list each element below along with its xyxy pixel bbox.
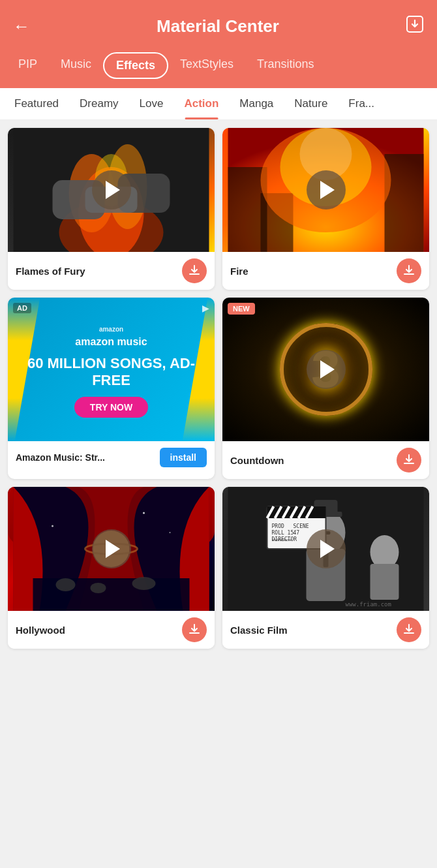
card-ad-amazon: AD ▶ amazon amazon music 60 MILLION SONG… <box>8 298 215 479</box>
download-icon <box>188 264 200 278</box>
page-title: Material Center <box>157 16 279 37</box>
sub-tab-bar: Featured Dreamy Love Action Manga Nature… <box>0 88 437 120</box>
card-footer: Flames of Fury <box>8 252 215 290</box>
svg-rect-12 <box>385 154 424 252</box>
tab-effects[interactable]: Effects <box>103 52 168 79</box>
ad-brand: amazon music <box>75 336 147 347</box>
download-button[interactable] <box>397 617 421 642</box>
card-title: Countdown <box>230 455 284 466</box>
back-button[interactable]: ← <box>13 16 30 37</box>
card-title: Classic Film <box>230 625 288 636</box>
ad-badge: AD <box>13 303 31 313</box>
card-footer: Fire <box>222 252 429 290</box>
tab-music[interactable]: Music <box>49 52 103 79</box>
card-fire: Fire <box>222 128 429 290</box>
card-title: Flames of Fury <box>16 266 85 277</box>
install-button[interactable]: install <box>160 448 207 467</box>
svg-point-26 <box>132 577 156 590</box>
ad-cta-button[interactable]: TRY NOW <box>74 397 148 418</box>
card-thumbnail[interactable] <box>8 487 215 611</box>
play-button[interactable] <box>92 170 131 209</box>
svg-text:www.friam.com: www.friam.com <box>346 601 391 608</box>
subtab-nature[interactable]: Nature <box>284 88 338 119</box>
play-button[interactable] <box>92 529 131 568</box>
play-button[interactable] <box>307 170 346 209</box>
card-thumbnail[interactable]: NEW 3 <box>222 298 429 441</box>
subtab-dreamy[interactable]: Dreamy <box>69 88 129 119</box>
card-thumbnail[interactable] <box>8 128 215 252</box>
svg-point-21 <box>170 532 171 533</box>
svg-text:VideoShow: VideoShow <box>272 537 292 542</box>
download-icon <box>403 454 415 467</box>
tab-transitions[interactable]: Transitions <box>245 52 325 79</box>
svg-point-24 <box>56 578 76 591</box>
subtab-action[interactable]: Action <box>173 88 229 119</box>
download-icon <box>403 623 415 637</box>
download-button[interactable] <box>182 258 207 283</box>
ad-logo-small: amazon <box>99 326 123 333</box>
header: ← Material Center <box>0 0 437 52</box>
download-icon <box>188 623 200 637</box>
ad-info-icon[interactable]: ▶ <box>202 303 209 313</box>
content-grid: Flames of Fury <box>0 120 437 657</box>
svg-text:SCENE: SCENE <box>294 523 309 529</box>
card-flames-of-fury: Flames of Fury <box>8 128 215 290</box>
download-button[interactable] <box>182 617 207 642</box>
ad-title: Amazon Music: Str... <box>16 452 105 463</box>
card-red-curtain: Hollywood <box>8 487 215 649</box>
top-tab-bar: PIP Music Effects TextStyles Transitions <box>0 52 437 88</box>
new-badge: NEW <box>228 303 255 315</box>
svg-point-25 <box>91 583 106 593</box>
ad-logo: amazon amazon music <box>75 321 147 349</box>
svg-text:PROD: PROD <box>272 523 284 529</box>
svg-point-22 <box>52 525 53 527</box>
tab-pip[interactable]: PIP <box>7 52 49 79</box>
ad-thumbnail[interactable]: AD ▶ amazon amazon music 60 MILLION SONG… <box>8 298 215 441</box>
ad-footer: Amazon Music: Str... install <box>8 441 215 474</box>
svg-rect-35 <box>370 564 399 600</box>
card-title: Hollywood <box>16 625 65 636</box>
card-footer: Classic Film <box>222 611 429 649</box>
card-bw-film: PROD ROLL 15 DIRECTOR SCENE 47 VideoShow… <box>222 487 429 649</box>
play-button[interactable] <box>307 350 346 389</box>
card-footer: Hollywood <box>8 611 215 649</box>
svg-text:47: 47 <box>294 530 300 536</box>
svg-text:ROLL 15: ROLL 15 <box>272 530 294 536</box>
card-title: Fire <box>230 266 249 277</box>
card-thumbnail[interactable] <box>222 128 429 252</box>
subtab-manga[interactable]: Manga <box>229 88 284 119</box>
card-thumbnail[interactable]: PROD ROLL 15 DIRECTOR SCENE 47 VideoShow… <box>222 487 429 611</box>
play-button[interactable] <box>307 529 346 568</box>
ad-headline: 60 MILLION SONGS, AD-FREE <box>14 355 208 390</box>
subtab-love[interactable]: Love <box>129 88 174 119</box>
subtab-fra[interactable]: Fra... <box>338 88 385 119</box>
download-button[interactable] <box>397 448 421 473</box>
subtab-featured[interactable]: Featured <box>4 88 69 119</box>
download-button[interactable] <box>406 15 424 37</box>
tab-textstyles[interactable]: TextStyles <box>168 52 245 79</box>
download-icon <box>403 264 415 278</box>
card-countdown: NEW 3 Countdown <box>222 298 429 479</box>
svg-point-20 <box>143 512 145 514</box>
download-button[interactable] <box>397 258 421 283</box>
card-footer: Countdown <box>222 441 429 479</box>
